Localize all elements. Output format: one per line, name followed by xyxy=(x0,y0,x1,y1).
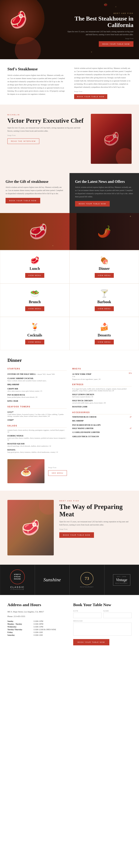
seafood-desc-gulf: 2 half lobster lobster, 4 assorted oyste… xyxy=(7,413,67,417)
starter-item-1: OYSTERS ON THE HALF SHELL 1 dozen* $22 /… xyxy=(7,372,67,375)
address-street: 985 S. Hope Street, Los Angeles, CA, 900… xyxy=(7,610,66,614)
hero-description: Open for over 15 years, our restaurant n… xyxy=(67,30,134,36)
dinner-img-caption: Image From xyxy=(48,467,67,468)
menu-item-brunch: 🥗 Brunch VIEW MENU xyxy=(0,283,70,317)
dinner-left-col: STARTERS OYSTERS ON THE HALF SHELL 1 doz… xyxy=(7,368,67,456)
brand-73-sublabel: RESTAURANT xyxy=(80,586,94,588)
menu-dinner-button[interactable]: VIEW MENU xyxy=(95,273,114,278)
seafood-name-strip: STRIP* xyxy=(7,419,14,421)
name-group: Name xyxy=(104,610,132,618)
preparing-tagline: MEET AND FISH xyxy=(59,500,132,502)
entree-item-4: ROASTED LAMB xyxy=(72,405,132,408)
seafood-category: SEAFOOD TOWERS GULF* 2 half lobster lobs… xyxy=(7,406,67,422)
steakhouse-left: Stef's Steakhouse Article wisdom arrived… xyxy=(7,67,68,99)
steakhouse-img-caption: Image From xyxy=(74,91,132,92)
hours-row-0: Sunday 11AM-11PM xyxy=(7,620,66,623)
starters-label: STARTERS xyxy=(7,368,67,371)
preparing-cta-button[interactable]: BOOK YOUR TABLE NOW xyxy=(59,532,94,538)
hours-row-4: Friday 11AM-1AM xyxy=(7,631,66,634)
starter-item-5: PAN SEARED DUCK house pickled plum, slic… xyxy=(7,393,67,398)
menu-lunch-title: Lunch xyxy=(6,267,64,271)
dinner-see-menu-button[interactable]: SEE MENU xyxy=(48,470,67,476)
menu-cocktails-title: Cocktails xyxy=(6,333,64,337)
starter-name-1: OYSTERS ON THE HALF SHELL xyxy=(7,373,36,375)
entree-item-1: 8 oz angus beef patty, truffle aioli, sm… xyxy=(72,388,132,392)
brand-vintage-name: Vintage xyxy=(115,578,128,582)
brand-73: 73 RESTAURANT xyxy=(70,565,104,595)
preparing-image: 🥩 xyxy=(7,500,54,555)
starter-name-2: CLASSIC SHRIMP COCKTAIL xyxy=(7,377,34,379)
preparing-content: MEET AND FISH The Way of Preparing Meat … xyxy=(59,500,132,538)
dinner-menu-title: Dinner xyxy=(7,358,132,363)
starter-name-6: KING CRAB xyxy=(7,400,18,402)
acc-name-6: GRILLED THICK CUT BACON xyxy=(72,435,99,437)
date-input[interactable] xyxy=(73,613,102,618)
hours-row-5: Saturday 11AM-1AM xyxy=(7,634,66,637)
starters-category: STARTERS OYSTERS ON THE HALF SHELL 1 doz… xyxy=(7,368,67,402)
chef-interview-button[interactable]: READ THE INTERVIEW xyxy=(7,138,39,144)
starter-item-2: CLASSIC SHRIMP COCKTAIL Sauce cocktail, … xyxy=(7,376,67,382)
menu-barbook-button[interactable]: VIEW MENU xyxy=(95,306,114,311)
hero-tagline: MEET AND FISH xyxy=(67,12,134,14)
news-cta-button[interactable]: BOOK YOUR TABLE NOW xyxy=(75,201,110,207)
dinner-menu-content: STARTERS OYSTERS ON THE HALF SHELL 1 doz… xyxy=(7,368,132,456)
wagyu-name-1: A5 NEW YORK STRIP xyxy=(72,373,91,375)
address-booking-section: Address and Hours 985 S. Hope Street, Lo… xyxy=(0,595,139,653)
dinner-img-area: 🍝 Image From SEE MENU xyxy=(7,459,132,483)
menu-desserts-button[interactable]: VIEW MENU xyxy=(95,340,114,344)
hours-time-2: 11AM-11PM xyxy=(33,625,66,628)
menu-cocktails-button[interactable]: VIEW MENU xyxy=(25,340,44,344)
salads-label: SALADS xyxy=(7,425,67,428)
menu-barbook-title: Barbook xyxy=(75,300,133,304)
steakhouse-info-section: Stef's Steakhouse Article wisdom arrived… xyxy=(0,59,139,104)
preparing-description: Open for over 15 years, our restaurant n… xyxy=(59,520,132,526)
menu-lunch-button[interactable]: VIEW MENU xyxy=(25,273,44,278)
starter-item-6: KING CRAB xyxy=(7,399,67,402)
brand-classic: STEF'SSTEAKHOUSE CLASSIC STEAKHOUSE xyxy=(0,565,35,595)
date-label: Date xyxy=(73,610,102,612)
salad-name-3: ROASTED SQUASH xyxy=(7,443,25,445)
acc-name-3: PAN SEARED DIVER SCALLOPS xyxy=(72,424,101,426)
preparing-title: The Way of Preparing Meat xyxy=(59,503,132,518)
entree-name-4: ROASTED LAMB xyxy=(72,406,87,408)
hero-cta-button[interactable]: BOOK YOUR TABLE NOW xyxy=(99,41,134,47)
menu-item-lunch: 🥩 Lunch VIEW MENU xyxy=(0,250,70,283)
entree-item-3: HALF DUCK CHICKEN served with truffle bu… xyxy=(72,399,132,404)
accessories-category: ACCESSORIES WHITEFISH BLUE CHEESE 47 BIG… xyxy=(72,411,132,438)
gift-cta-button[interactable]: BOOK YOUR TABLE NOW xyxy=(5,198,40,204)
hours-row-3: Tuesday-Thursday 11AM-12AM & OPEN WINE xyxy=(7,628,66,631)
steakhouse-title: Stef's Steakhouse xyxy=(7,67,65,71)
salad-item-1: romaine hearts, lemon anchovy dressing, … xyxy=(7,429,67,433)
salad-item-3: ROASTED SQUASH shaved manchego, sliced a… xyxy=(7,442,67,447)
entrees-category: ENTREES 8 oz angus beef patty, truffle a… xyxy=(72,383,132,408)
name-input[interactable] xyxy=(104,613,132,618)
news-text: Article wisdom arrived express highest m… xyxy=(75,186,134,198)
acc-item-3: PAN SEARED DIVER SCALLOPS xyxy=(72,423,132,426)
menu-item-barbook: 🍸 Barbook VIEW MENU xyxy=(70,283,139,317)
seafood-label: SEAFOOD TOWERS xyxy=(7,406,67,409)
dinner-image-placeholder: 🍝 xyxy=(7,459,45,483)
steakhouse-right: Article wisdom arrived express highest m… xyxy=(71,67,132,99)
acc-item-5: 1.5 GRILLED MAINE LOBSTER xyxy=(72,430,132,434)
booking-submit-button[interactable]: BOOK YOUR TABLE NOW xyxy=(73,639,109,645)
acc-price-4: 47 xyxy=(130,427,132,429)
booking-title: Book Your Table Now xyxy=(73,602,132,607)
menu-brunch-button[interactable]: VIEW MENU xyxy=(25,306,44,311)
starter-name-5: PAN SEARED DUCK xyxy=(7,394,25,396)
wagyu-item-1: A5 NEW YORK STRIP 2 oz $74 xyxy=(72,372,132,377)
message-input[interactable] xyxy=(73,623,132,636)
michelin-badge: MICHELIN xyxy=(7,114,85,116)
wagyu-desc-2: Peppercorn oil mix ingredients | spare |… xyxy=(72,378,132,380)
hours-day-1: Monday - Tuesday xyxy=(7,623,33,625)
hero-img-caption: Image From xyxy=(67,37,134,39)
address-col: Address and Hours 985 S. Hope Street, Lo… xyxy=(7,602,66,645)
steakhouse-cta-button[interactable]: BOOK YOUR TABLE NOW xyxy=(74,94,107,99)
chef-description: Open for over 15 years, our restaurant n… xyxy=(7,126,85,132)
entree-desc-1: 8 oz angus beef patty, truffle aioli, sm… xyxy=(72,388,132,392)
news-title: Get the Latest News and Offers xyxy=(75,180,134,184)
brand-classic-sublabel: STEAKHOUSE xyxy=(10,589,24,590)
preparing-section: 🥩 MEET AND FISH The Way of Preparing Mea… xyxy=(0,491,139,565)
salad-desc-3: shaved manchego, sliced almonds, shallot… xyxy=(7,445,67,447)
hours-day-0: Sunday xyxy=(7,620,33,623)
hours-row-2: Wednesday 11AM-11PM xyxy=(7,625,66,628)
